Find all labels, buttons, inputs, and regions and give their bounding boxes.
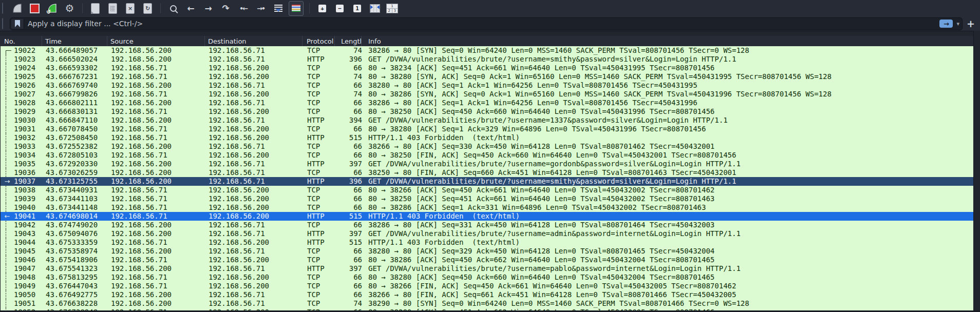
- conversation-marker: [1, 229, 14, 238]
- packet-row[interactable]: →1903743.673125755192.168.56.200192.168.…: [1, 177, 974, 186]
- packet-row[interactable]: 1904543.675358974192.168.56.200192.168.5…: [1, 247, 974, 256]
- auto-scroll-button[interactable]: [271, 2, 285, 15]
- packet-time: 43.673440931: [43, 186, 108, 194]
- packet-source: 192.168.56.200: [108, 221, 205, 229]
- packet-row[interactable]: 1904743.675541323192.168.56.200192.168.5…: [1, 264, 974, 273]
- stop-capture-button[interactable]: [28, 2, 42, 15]
- packet-time: 43.675418906: [43, 256, 108, 264]
- packet-row[interactable]: 1903343.672552382192.168.56.200192.168.5…: [1, 142, 974, 151]
- packet-row[interactable]: 1903143.667078450192.168.56.71192.168.56…: [1, 125, 974, 133]
- zoom-out-button[interactable]: −: [333, 2, 347, 15]
- packet-row[interactable]: 1905043.676492775192.168.56.200192.168.5…: [1, 290, 974, 299]
- open-file-button[interactable]: [88, 2, 102, 15]
- packet-length: 397: [335, 264, 362, 273]
- packet-row[interactable]: 1904643.675418906192.168.56.71192.168.56…: [1, 256, 974, 264]
- conversation-line: [6, 116, 6, 125]
- find-packet-button[interactable]: [166, 2, 180, 15]
- request-arrow-icon: →: [1, 177, 14, 186]
- filter-bookmark-button[interactable]: [11, 19, 24, 29]
- packet-row[interactable]: 1904043.673441148192.168.56.71192.168.56…: [1, 203, 974, 212]
- packet-row[interactable]: 1902843.666802111192.168.56.200192.168.5…: [1, 99, 974, 107]
- packet-number: 19034: [14, 151, 43, 160]
- packet-number: 19032: [14, 133, 43, 142]
- packet-row[interactable]: 1902243.666489057192.168.56.200192.168.5…: [1, 46, 974, 55]
- packet-row[interactable]: 1904343.675094076192.168.56.200192.168.5…: [1, 229, 974, 238]
- packet-destination: 192.168.56.200: [205, 273, 303, 282]
- packet-row[interactable]: 1902543.666767231192.168.56.71192.168.56…: [1, 72, 974, 81]
- restart-capture-button[interactable]: ↺: [45, 2, 59, 15]
- add-filter-button[interactable]: +: [966, 18, 976, 29]
- packet-row[interactable]: 1903643.673026259192.168.56.200192.168.5…: [1, 168, 974, 177]
- conversation-marker: [1, 142, 14, 151]
- column-header-no[interactable]: No.: [0, 36, 42, 46]
- conversation-line: [6, 256, 6, 264]
- packet-destination: 192.168.56.200: [205, 186, 303, 194]
- go-to-packet-button[interactable]: ↷: [219, 2, 233, 15]
- packet-protocol: TCP: [303, 290, 335, 299]
- packet-row[interactable]: 1902643.666769740192.168.56.200192.168.5…: [1, 81, 974, 90]
- packet-row[interactable]: 1902443.666593302192.168.56.71192.168.56…: [1, 64, 974, 72]
- packet-row[interactable]: ←1904143.674698014192.168.56.71192.168.5…: [1, 212, 974, 221]
- go-first-packet-button[interactable]: •←: [236, 2, 250, 15]
- conversation-line: [6, 168, 6, 177]
- packet-row[interactable]: 1902743.666799826192.168.56.71192.168.56…: [1, 90, 974, 99]
- start-capture-button[interactable]: [10, 2, 24, 15]
- packet-row[interactable]: 1903043.666847110192.168.56.200192.168.5…: [1, 116, 974, 125]
- go-forward-button[interactable]: →: [201, 2, 215, 15]
- capture-options-button[interactable]: ⚙: [63, 2, 77, 15]
- packet-row[interactable]: 1904443.675333359192.168.56.71192.168.56…: [1, 238, 974, 247]
- conversation-line: [6, 203, 6, 212]
- layout-pane-1: 1: [387, 4, 398, 9]
- column-header-source[interactable]: Source: [107, 36, 205, 46]
- packet-row[interactable]: 1905143.676638228192.168.56.200192.168.5…: [1, 299, 974, 308]
- apply-filter-button[interactable]: →: [939, 20, 953, 28]
- back-arrow-icon: ←: [187, 4, 194, 13]
- vertical-scrollbar[interactable]: [973, 31, 980, 312]
- packet-row[interactable]: 1903443.672805103192.168.56.71192.168.56…: [1, 151, 974, 160]
- filter-history-chevron[interactable]: ▾: [956, 21, 959, 27]
- packet-row[interactable]: 1903243.672508450192.168.56.71192.168.56…: [1, 133, 974, 142]
- go-back-button[interactable]: ←: [184, 2, 198, 15]
- packet-row[interactable]: 1903943.673441103192.168.56.71192.168.56…: [1, 194, 974, 203]
- reload-file-button[interactable]: ↻: [141, 2, 155, 15]
- column-header-protocol[interactable]: Protocol: [303, 36, 335, 46]
- filter-placeholder-text[interactable]: Apply a display filter ... <Ctrl-/>: [28, 20, 936, 28]
- column-header-info[interactable]: Info: [362, 36, 974, 46]
- save-file-button[interactable]: [106, 2, 120, 15]
- column-header-destination[interactable]: Destination: [205, 36, 303, 46]
- column-header-time[interactable]: Time: [42, 36, 107, 46]
- packet-list-header: No. Time Source Destination Protocol Len…: [0, 36, 974, 46]
- packet-row[interactable]: 1904943.676447043192.168.56.71192.168.56…: [1, 282, 974, 290]
- packet-length: 74: [335, 46, 362, 55]
- packet-source: 192.168.56.200: [108, 99, 205, 107]
- conversation-marker: [1, 90, 14, 99]
- resize-columns-button[interactable]: [368, 2, 382, 15]
- packet-info: 38286 → 80 [ACK] Seq=1 Ack=1 Win=64256 L…: [362, 99, 974, 107]
- conversation-marker: [1, 133, 14, 142]
- conversation-marker: [1, 160, 14, 168]
- packet-info: 80 → 38266 [FIN, ACK] Seq=450 Ack=661 Wi…: [362, 282, 974, 290]
- packet-source: 192.168.56.71: [108, 194, 205, 203]
- column-header-length[interactable]: Length: [335, 36, 362, 46]
- packet-row[interactable]: 1903843.673440931192.168.56.71192.168.56…: [1, 186, 974, 194]
- conversation-marker: [1, 46, 14, 55]
- packet-row[interactable]: 1904843.675813295192.168.56.71192.168.56…: [1, 273, 974, 282]
- apply-arrow-icon: →: [944, 21, 949, 27]
- conversation-marker: [1, 151, 14, 160]
- zoom-in-button[interactable]: +: [315, 2, 329, 15]
- close-file-button[interactable]: ×: [123, 2, 137, 15]
- zoom-100-button[interactable]: 1: [350, 2, 364, 15]
- packet-length: 66: [335, 247, 362, 256]
- packet-row[interactable]: 1902343.666502024192.168.56.200192.168.5…: [1, 55, 974, 64]
- packet-row[interactable]: 1904243.674749020192.168.56.200192.168.5…: [1, 221, 974, 229]
- packet-row[interactable]: 1902943.666830131192.168.56.71192.168.56…: [1, 107, 974, 116]
- packet-source: 192.168.56.71: [108, 203, 205, 212]
- display-filter-field[interactable]: Apply a display filter ... <Ctrl-/> → ▾: [10, 17, 963, 30]
- packet-number: 19048: [14, 273, 43, 282]
- go-last-packet-button[interactable]: →•: [254, 2, 268, 15]
- adjust-layout-button[interactable]: 1 2 3: [385, 2, 399, 15]
- packet-length: 66: [335, 256, 362, 264]
- colorize-button[interactable]: [289, 1, 304, 16]
- packet-source: 192.168.56.200: [108, 290, 205, 299]
- packet-row[interactable]: 1903543.672920330192.168.56.200192.168.5…: [1, 160, 974, 168]
